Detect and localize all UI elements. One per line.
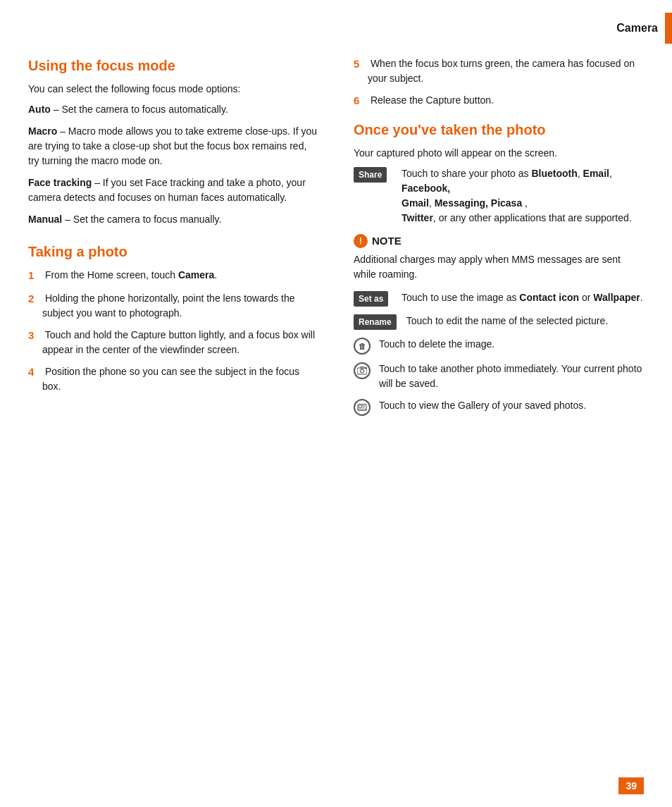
step-1-text: From the Home screen, touch Camera. — [42, 268, 217, 283]
trash-text: Touch to delete the image. — [379, 337, 494, 352]
page-number: 39 — [618, 777, 644, 794]
section-photo-heading: Taking a photo — [28, 242, 318, 261]
photo-steps-list: 1 From the Home screen, touch Camera. 2 … — [28, 268, 318, 394]
term-macro: Macro – Macro mode allows you to take ex… — [28, 124, 318, 168]
share-item: Share Touch to share your photo as Bluet… — [354, 166, 644, 226]
rename-item: Rename Touch to edit the name of the sel… — [354, 314, 644, 330]
step-3-text: Touch and hold the Capture button lightl… — [42, 328, 318, 357]
term-auto-sep: – — [54, 104, 62, 115]
rename-text: Touch to edit the name of the selected p… — [406, 314, 644, 328]
set-as-badge-wrap: Set as — [354, 290, 396, 307]
term-face-tracking: Face tracking – If you set Face tracking… — [28, 175, 318, 205]
step-4: 4 Position the phone so you can see the … — [28, 364, 318, 394]
trash-icon-wrap: 🗑 — [354, 337, 373, 355]
svg-text:N: N — [365, 366, 367, 370]
note-heading: ! NOTE — [354, 234, 644, 248]
gallery-icon — [354, 399, 371, 416]
camera-icon-wrap: N — [354, 362, 373, 379]
term-manual: Manual – Set the camera to focus manuall… — [28, 212, 318, 227]
term-face-label: Face tracking — [28, 177, 92, 188]
camera-item: N Touch to take another photo immediatel… — [354, 362, 644, 391]
step-2-text: Holding the phone horizontally, point th… — [42, 291, 318, 321]
step-5-num: 5 — [354, 56, 368, 73]
steps-continued: 5 When the focus box turns green, the ca… — [354, 56, 644, 109]
step-6: 6 Release the Capture button. — [354, 93, 644, 109]
after-photo-intro: Your captured photo will appear on the s… — [354, 146, 644, 161]
page-header: Camera — [0, 0, 672, 56]
camera-svg: N — [357, 366, 367, 375]
term-macro-label: Macro — [28, 125, 57, 137]
term-face-sep: – — [94, 177, 103, 188]
set-as-badge: Set as — [354, 291, 388, 307]
trash-icon: 🗑 — [354, 338, 371, 355]
term-manual-desc: Set the camera to focus manually. — [73, 214, 222, 225]
note-label: NOTE — [372, 235, 402, 247]
step-1-num: 1 — [28, 268, 42, 284]
camera-icon: N — [354, 362, 371, 379]
rename-badge-wrap: Rename — [354, 314, 401, 330]
term-macro-desc: Macro mode allows you to take extreme cl… — [28, 125, 317, 166]
step-6-num: 6 — [354, 93, 368, 109]
term-auto-label: Auto — [28, 104, 51, 115]
gallery-item: Touch to view the Gallery of your saved … — [354, 398, 644, 416]
header-accent-bar — [665, 13, 672, 44]
step-4-num: 4 — [28, 364, 42, 381]
rename-badge: Rename — [354, 314, 397, 330]
share-badge: Share — [354, 167, 387, 183]
gallery-icon-wrap — [354, 398, 373, 416]
trash-glyph: 🗑 — [359, 340, 366, 352]
note-icon: ! — [354, 234, 368, 248]
step-2-num: 2 — [28, 291, 42, 307]
step-5-text: When the focus box turns green, the came… — [368, 56, 644, 86]
term-macro-sep: – — [60, 125, 68, 137]
trash-item: 🗑 Touch to delete the image. — [354, 337, 644, 355]
gallery-text: Touch to view the Gallery of your saved … — [379, 398, 586, 413]
share-text: Touch to share your photo as Bluetooth, … — [402, 166, 644, 226]
term-manual-sep: – — [65, 214, 73, 225]
svg-point-7 — [363, 405, 365, 407]
section-focus-mode: Using the focus mode You can select the … — [28, 56, 318, 227]
step-3-num: 3 — [28, 328, 42, 344]
term-auto-desc: Set the camera to focus automatically. — [61, 104, 228, 115]
section-focus-heading: Using the focus mode — [28, 56, 318, 75]
step-2: 2 Holding the phone horizontally, point … — [28, 291, 318, 321]
focus-intro: You can select the following focus mode … — [28, 82, 318, 97]
note-text: Additional charges may apply when MMS me… — [354, 252, 644, 282]
page-footer: 39 — [618, 777, 644, 794]
step-1: 1 From the Home screen, touch Camera. — [28, 268, 318, 284]
share-badge-wrap: Share — [354, 166, 396, 183]
step-4-text: Position the phone so you can see the su… — [42, 364, 318, 394]
camera-text: Touch to take another photo immediately.… — [379, 362, 644, 391]
header-title: Camera — [616, 22, 658, 35]
after-photo-heading: Once you've taken the photo — [354, 121, 644, 139]
left-column: Using the focus mode You can select the … — [28, 56, 325, 765]
main-content: Using the focus mode You can select the … — [0, 56, 672, 765]
set-as-item: Set as Touch to use the image as Contact… — [354, 290, 644, 307]
right-column: 5 When the focus box turns green, the ca… — [347, 56, 644, 765]
step-5: 5 When the focus box turns green, the ca… — [354, 56, 644, 86]
note-block: ! NOTE Additional charges may apply when… — [354, 234, 644, 282]
step-3: 3 Touch and hold the Capture button ligh… — [28, 328, 318, 357]
svg-point-1 — [361, 369, 364, 373]
set-as-text: Touch to use the image as Contact icon o… — [402, 290, 644, 305]
term-manual-label: Manual — [28, 214, 62, 225]
step-6-text: Release the Capture button. — [368, 93, 494, 108]
section-after-photo: Once you've taken the photo Your capture… — [354, 121, 644, 417]
gallery-svg — [357, 403, 367, 412]
term-auto: Auto – Set the camera to focus automatic… — [28, 102, 318, 117]
section-taking-photo: Taking a photo 1 From the Home screen, t… — [28, 242, 318, 394]
svg-rect-5 — [359, 405, 362, 408]
